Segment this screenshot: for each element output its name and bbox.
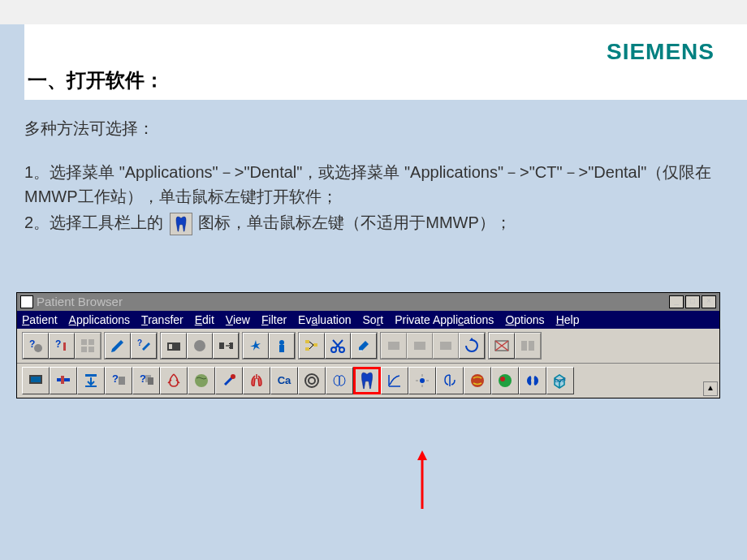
menu-patient[interactable]: Patient xyxy=(22,313,58,326)
tool-scissors-icon[interactable] xyxy=(325,333,351,359)
menubar: Patient Applications Transfer Edit View … xyxy=(17,311,719,329)
tool-burst-icon[interactable] xyxy=(243,333,269,359)
tool-help-person-icon[interactable]: ? xyxy=(49,333,75,359)
svg-point-44 xyxy=(499,374,512,387)
tool-volume-icon[interactable]: cm³ xyxy=(546,367,574,394)
menu-private-applications[interactable]: Private Applications xyxy=(395,313,494,326)
menu-view[interactable]: View xyxy=(226,313,250,326)
svg-rect-3 xyxy=(63,342,66,351)
tool-slider-icon[interactable] xyxy=(50,367,77,394)
minimize-button[interactable]: _ xyxy=(669,295,684,308)
svg-rect-15 xyxy=(279,345,284,352)
section-title: 一、打开软件： xyxy=(28,67,164,93)
slide-header: 一、打开软件： SIEMENS xyxy=(24,24,747,100)
tool-rotate-icon[interactable] xyxy=(459,333,485,359)
svg-rect-17 xyxy=(305,347,309,351)
svg-rect-25 xyxy=(521,341,527,351)
svg-rect-31 xyxy=(85,374,97,377)
tool-graph-icon[interactable] xyxy=(381,367,408,394)
patient-browser-window: Patient Browser _ □ × Patient Applicatio… xyxy=(16,292,720,398)
tool-edit-icon[interactable] xyxy=(105,333,131,359)
svg-rect-37 xyxy=(148,377,153,385)
window-title: Patient Browser xyxy=(37,295,667,308)
tool-split-icon[interactable] xyxy=(515,333,541,359)
content-area: 多种方法可选择： 1。选择菜单 "Applications"－>"Dental"… xyxy=(0,100,747,235)
maximize-button[interactable]: □ xyxy=(685,295,700,308)
window-icon xyxy=(20,295,33,308)
svg-rect-26 xyxy=(529,341,534,351)
tool-grid-icon[interactable] xyxy=(75,333,101,359)
tool-film1-icon[interactable] xyxy=(381,333,407,359)
tool-help-disc-icon[interactable]: ? xyxy=(23,333,49,359)
tool-globe-icon[interactable] xyxy=(188,367,215,394)
siemens-logo: SIEMENS xyxy=(607,39,715,65)
tool-pin-icon[interactable] xyxy=(215,367,243,394)
svg-rect-12 xyxy=(219,342,224,349)
tool-color-globe-icon[interactable] xyxy=(491,367,519,394)
svg-point-43 xyxy=(471,374,484,387)
tool-film2-icon[interactable] xyxy=(407,333,433,359)
svg-rect-34 xyxy=(119,377,125,385)
step-1: 1。选择菜单 "Applications"－>"Dental"，或选择菜单 "A… xyxy=(24,160,723,209)
svg-text:?: ? xyxy=(137,338,142,347)
tooth-icon-inline xyxy=(170,213,192,235)
scroll-up-button[interactable]: ▲ xyxy=(703,381,718,396)
tool-loop-icon[interactable] xyxy=(436,367,464,394)
menu-filter[interactable]: Filter xyxy=(261,313,287,326)
tool-tree-icon[interactable] xyxy=(299,333,325,359)
tool-help-copy-icon[interactable]: ? xyxy=(132,367,160,394)
svg-rect-32 xyxy=(85,386,97,387)
tool-help-stack-icon[interactable]: ? xyxy=(105,367,132,394)
menu-edit[interactable]: Edit xyxy=(195,313,214,326)
intro-text: 多种方法可选择： xyxy=(24,116,723,140)
svg-rect-30 xyxy=(61,376,64,384)
menu-transfer[interactable]: Transfer xyxy=(141,313,184,326)
svg-rect-4 xyxy=(81,339,87,345)
svg-point-1 xyxy=(34,344,42,352)
menu-evaluation[interactable]: Evaluation xyxy=(298,313,351,326)
tool-eraser-icon[interactable] xyxy=(351,333,377,359)
svg-point-11 xyxy=(194,340,205,351)
svg-point-14 xyxy=(279,340,284,345)
tool-vessel-red-icon[interactable] xyxy=(160,367,188,394)
tool-transfer-icon[interactable] xyxy=(213,333,239,359)
svg-point-40 xyxy=(305,374,318,387)
svg-point-45 xyxy=(500,377,505,381)
tool-head-icon[interactable] xyxy=(187,333,213,359)
menu-applications[interactable]: Applications xyxy=(69,313,131,326)
svg-rect-10 xyxy=(169,344,172,349)
svg-point-42 xyxy=(420,378,425,383)
window-buttons: _ □ × xyxy=(667,295,716,308)
window-titlebar: Patient Browser _ □ × xyxy=(17,293,719,311)
tool-film3-icon[interactable] xyxy=(433,333,459,359)
tool-color-brain-icon[interactable] xyxy=(464,367,491,394)
svg-rect-21 xyxy=(388,342,399,350)
close-button[interactable]: × xyxy=(702,295,716,308)
tool-folder-icon[interactable] xyxy=(161,333,187,359)
step-2: 2。选择工具栏上的 图标，单击鼠标左键（不适用于MMWP）； xyxy=(24,210,723,235)
svg-point-38 xyxy=(195,374,208,387)
toolbar-row-2: ? ? Ca cm³ ▲ xyxy=(17,363,719,398)
svg-rect-18 xyxy=(313,343,317,347)
tool-cross-icon[interactable] xyxy=(489,333,515,359)
tool-ca-icon[interactable]: Ca xyxy=(270,367,298,394)
tool-dental-tooth-icon[interactable] xyxy=(353,367,381,394)
menu-options[interactable]: Options xyxy=(505,313,544,326)
menu-sort[interactable]: Sort xyxy=(363,313,384,326)
svg-rect-6 xyxy=(81,347,87,352)
tool-download-icon[interactable] xyxy=(77,367,105,394)
tool-dot-icon[interactable] xyxy=(408,367,436,394)
tool-target-icon[interactable] xyxy=(298,367,326,394)
svg-rect-22 xyxy=(414,342,425,350)
tool-kidney-icon[interactable] xyxy=(519,367,546,394)
tool-edit-help-icon[interactable]: ? xyxy=(131,333,157,359)
tool-person-icon[interactable] xyxy=(269,333,295,359)
svg-rect-5 xyxy=(89,339,94,345)
tool-brain-icon[interactable] xyxy=(326,367,353,394)
tool-lungs-icon[interactable] xyxy=(243,367,270,394)
svg-rect-23 xyxy=(440,342,451,350)
tool-monitor-icon[interactable] xyxy=(22,367,50,394)
step2-suffix: 图标，单击鼠标左键（不适用于MMWP）； xyxy=(198,213,512,231)
svg-rect-13 xyxy=(230,342,233,349)
menu-help[interactable]: Help xyxy=(556,313,580,326)
